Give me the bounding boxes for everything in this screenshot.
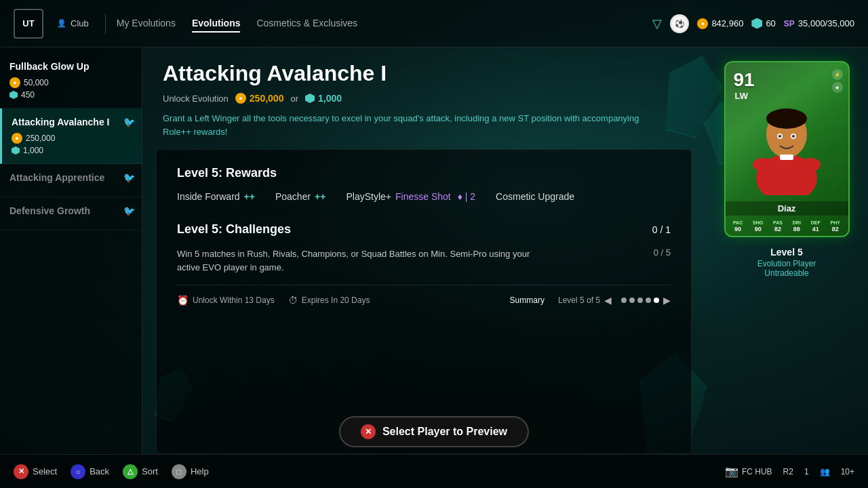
unlock-timer-label: Unlock Within 13 Days: [193, 296, 275, 305]
back-control[interactable]: ○ Back: [71, 464, 109, 479]
select-player-button[interactable]: ✕ Select Player to Preview: [339, 416, 529, 447]
bottom-controls: ✕ Select ○ Back △ Sort □ Help: [14, 464, 209, 479]
stat-pas: PAS 82: [773, 220, 783, 232]
svg-point-8: [753, 158, 773, 171]
sidebar-item-name: Attacking Avalanche I: [12, 117, 132, 127]
cost-tokens: 1,000: [318, 93, 342, 104]
sidebar-item-attacking-avalanche[interactable]: 🐦 Attacking Avalanche I ● 250,000 1,000: [0, 108, 142, 164]
topbar: UT 👤 Club My Evolutions Evolutions Cosme…: [0, 0, 868, 47]
bird-icon: 🐦: [123, 117, 135, 127]
sidebar-item-name: Defensive Growth: [9, 205, 132, 216]
tab-cosmetics[interactable]: Cosmetics & Exclusives: [256, 15, 357, 33]
cost-coins-val: 250,000: [26, 134, 55, 143]
coin-icon: ●: [235, 93, 246, 104]
content-area: Attacking Avalanche I Unlock Evolution ●…: [142, 47, 705, 454]
r2-value: 1: [804, 467, 809, 476]
unlock-timer: ⏰ Unlock Within 13 Days: [177, 295, 275, 306]
dot-1: [621, 298, 627, 303]
fc-hub: 📷 FC HUB: [725, 465, 772, 478]
cost-coins-val: 50,000: [24, 78, 49, 87]
nav-divider: [105, 14, 106, 34]
tokens-display: 60: [751, 18, 775, 29]
coins-value: 842,960: [711, 18, 743, 28]
tokens-value: 60: [766, 18, 775, 28]
cost-tokens-val: 1,000: [23, 146, 43, 155]
dot-5: [654, 298, 659, 303]
bottom-right: 📷 FC HUB R2 1 👥 10+: [725, 465, 854, 478]
svg-point-9: [800, 158, 821, 171]
player-area: 91 LW ⚡ ★: [705, 47, 868, 454]
sort-control[interactable]: △ Sort: [123, 464, 158, 479]
sort-control-label: Sort: [142, 466, 158, 476]
evolution-title: Attacking Avalanche I: [163, 61, 685, 86]
stat-pas-val: 82: [774, 226, 781, 232]
timer-icon: ⏱: [288, 295, 298, 306]
panel-footer: ⏰ Unlock Within 13 Days ⏱ Expires In 20 …: [177, 285, 671, 306]
svg-point-2: [766, 108, 807, 129]
fc-hub-label: FC HUB: [742, 467, 772, 476]
filter-icon[interactable]: ▽: [652, 16, 662, 31]
reward-modifier: ++: [315, 191, 326, 202]
card-stats: PAC 90 SHO 90 PAS 82 DRI 88 DEF 41: [726, 220, 848, 232]
select-control[interactable]: ✕ Select: [14, 464, 57, 479]
challenge-row: Win 5 matches in Rush, Rivals, Champions…: [177, 247, 671, 274]
tab-my-evolutions[interactable]: My Evolutions: [117, 15, 176, 33]
evolution-description: Grant a Left Winger all the tools necess…: [163, 112, 651, 138]
card-evo-label: Evolution Player: [757, 259, 816, 268]
reward-cosmetic: Cosmetic Upgrade: [496, 191, 574, 202]
back-control-label: Back: [90, 466, 109, 476]
dot-3: [637, 298, 643, 303]
stat-pac: PAC 90: [733, 220, 743, 232]
sidebar: Fullback Glow Up ● 50,000 450 🐦 Attackin…: [0, 47, 142, 454]
players-icon: 👥: [820, 467, 830, 476]
token-icon: [751, 18, 762, 29]
triangle-button-icon: △: [123, 464, 138, 479]
next-level-button[interactable]: ▶: [663, 295, 671, 306]
club-nav-label[interactable]: Club: [71, 18, 89, 28]
player-image-area: [726, 87, 848, 195]
stat-sho: SHO 90: [753, 220, 763, 232]
sidebar-item-attacking-apprentice[interactable]: 🐦 Attacking Apprentice: [0, 164, 142, 197]
stat-def-label: DEF: [811, 220, 821, 225]
reward-label: PlayStyle+: [346, 191, 391, 202]
card-info-below: Level 5 Evolution Player Untradeable: [757, 247, 816, 278]
o-button-icon: ○: [71, 464, 85, 479]
coin-icon-small: ●: [9, 77, 20, 88]
token-icon: [305, 94, 315, 103]
challenges-header: Level 5: Challenges 0 / 1: [177, 222, 671, 237]
cost-coins: 250,000: [250, 93, 284, 104]
reward-ps-name: Finesse Shot: [395, 191, 451, 202]
dot-4: [646, 298, 651, 303]
square-button-icon: □: [172, 464, 186, 479]
stat-dri-val: 88: [793, 226, 800, 232]
challenges-title: Level 5: Challenges: [177, 222, 291, 237]
unlock-cost-tokens: 1,000: [305, 93, 342, 104]
sidebar-item-defensive-growth[interactable]: 🐦 Defensive Growth: [0, 197, 142, 230]
help-control-label: Help: [191, 466, 209, 476]
card-untradeable-label: Untradeable: [757, 268, 816, 278]
svg-point-6: [792, 135, 795, 138]
help-control[interactable]: □ Help: [172, 464, 209, 479]
reward-inside-forward: Inside Forward ++: [177, 191, 255, 202]
stat-phy-label: PHY: [831, 220, 840, 225]
coins-display: ● 842,960: [697, 18, 743, 29]
or-text: or: [290, 94, 298, 104]
card-level-label: Level 5: [757, 247, 816, 258]
card-icon-1: ⚡: [832, 69, 843, 80]
level-progress: Level 5 of 5 ◀ ▶: [558, 295, 671, 306]
prev-level-button[interactable]: ◀: [604, 295, 612, 306]
stat-dri-label: DRI: [793, 220, 801, 225]
tab-evolutions[interactable]: Evolutions: [192, 15, 241, 33]
reward-playstyle: PlayStyle+ Finesse Shot ♦ | 2: [346, 191, 475, 202]
summary-label: Summary: [510, 296, 545, 305]
stat-sho-label: SHO: [753, 220, 763, 225]
unlock-row: Unlock Evolution ● 250,000 or 1,000: [163, 93, 685, 104]
reward-label: Poacher: [275, 191, 311, 202]
sidebar-item-fullback-glow-up[interactable]: Fullback Glow Up ● 50,000 450: [0, 53, 142, 108]
sidebar-item-name: Fullback Glow Up: [9, 61, 132, 72]
select-player-label: Select Player to Preview: [382, 426, 507, 438]
coin-icon: ●: [697, 18, 708, 29]
level-dots: [621, 298, 659, 303]
rewards-grid: Inside Forward ++ Poacher ++ PlayStyle+ …: [177, 191, 671, 202]
cost-tokens-row: 1,000: [12, 146, 132, 155]
